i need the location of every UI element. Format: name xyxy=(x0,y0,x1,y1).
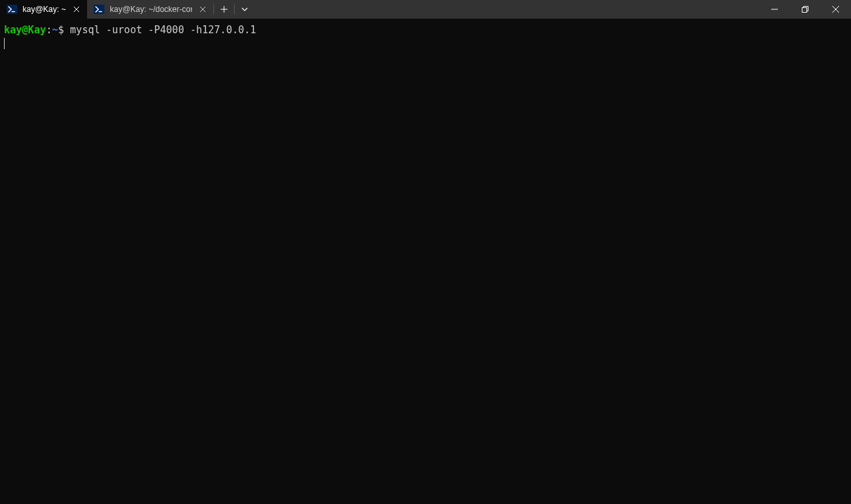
close-icon xyxy=(199,6,206,13)
maximize-button[interactable] xyxy=(790,0,820,19)
svg-rect-0 xyxy=(7,5,17,14)
titlebar-drag-region[interactable] xyxy=(255,0,759,19)
terminal-viewport[interactable]: kay@Kay:~$ mysql -uroot -P4000 -h127.0.0… xyxy=(0,19,851,55)
minimize-icon xyxy=(771,6,778,13)
tab-inactive[interactable]: kay@Kay: ~/docker-configs/ha xyxy=(87,0,213,19)
terminal-cursor xyxy=(4,38,5,49)
tab-close-button[interactable] xyxy=(71,4,82,15)
svg-rect-2 xyxy=(94,5,104,14)
cursor-line xyxy=(4,37,847,50)
prompt-path: ~ xyxy=(52,24,58,36)
maximize-icon xyxy=(802,6,808,13)
powershell-icon xyxy=(94,4,104,15)
chevron-down-icon xyxy=(241,7,248,11)
command-text: mysql -uroot -P4000 -h127.0.0.1 xyxy=(64,24,256,36)
tab-dropdown-button[interactable] xyxy=(235,0,255,19)
command-value: mysql -uroot -P4000 -h127.0.0.1 xyxy=(70,24,256,36)
titlebar: kay@Kay: ~ kay@Kay: ~/docker-configs/ha xyxy=(0,0,851,19)
prompt-line: kay@Kay:~$ mysql -uroot -P4000 -h127.0.0… xyxy=(4,24,847,37)
window-controls xyxy=(759,0,851,19)
tab-close-button[interactable] xyxy=(197,4,208,15)
prompt-separator: : xyxy=(46,24,52,36)
prompt-sigil: $ xyxy=(58,24,64,36)
tab-title: kay@Kay: ~ xyxy=(23,5,66,14)
window-close-button[interactable] xyxy=(820,0,851,19)
prompt-user-host: kay@Kay xyxy=(4,24,46,36)
close-icon xyxy=(832,6,839,13)
tab-strip: kay@Kay: ~ kay@Kay: ~/docker-configs/ha xyxy=(0,0,255,19)
tab-title: kay@Kay: ~/docker-configs/ha xyxy=(110,5,192,14)
tab-active[interactable]: kay@Kay: ~ xyxy=(0,0,87,19)
close-icon xyxy=(73,6,80,13)
plus-icon xyxy=(221,6,227,13)
svg-rect-5 xyxy=(802,8,807,13)
powershell-icon xyxy=(7,4,17,15)
new-tab-button[interactable] xyxy=(214,0,234,19)
minimize-button[interactable] xyxy=(759,0,790,19)
